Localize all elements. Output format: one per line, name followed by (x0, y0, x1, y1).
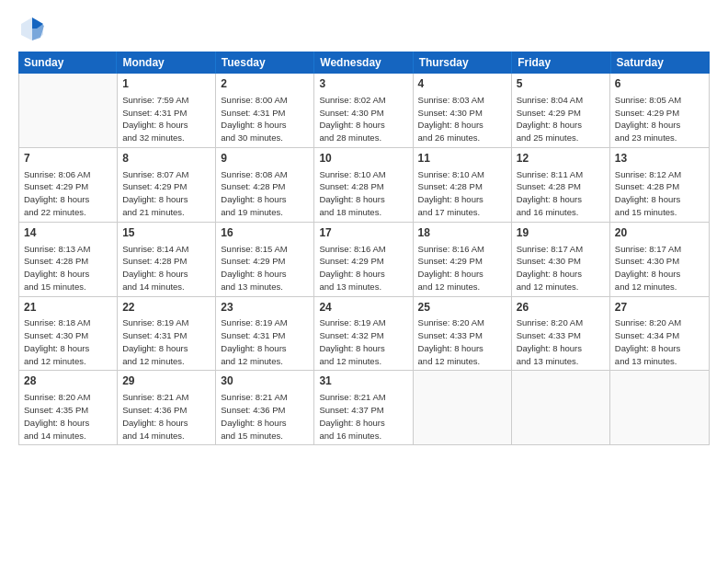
day-number: 13 (615, 151, 704, 167)
day-number: 7 (24, 151, 112, 167)
cell-info: Sunrise: 8:04 AM Sunset: 4:29 PM Dayligh… (517, 94, 605, 144)
day-number: 11 (418, 151, 506, 167)
day-number: 18 (418, 225, 506, 241)
cal-cell: 18Sunrise: 8:16 AM Sunset: 4:29 PM Dayli… (414, 223, 512, 296)
cell-info: Sunrise: 8:15 AM Sunset: 4:29 PM Dayligh… (221, 243, 309, 293)
cal-cell: 25Sunrise: 8:20 AM Sunset: 4:33 PM Dayli… (414, 297, 512, 371)
cal-week-4: 21Sunrise: 8:18 AM Sunset: 4:30 PM Dayli… (19, 297, 709, 372)
day-number: 1 (122, 76, 210, 92)
cal-cell: 14Sunrise: 8:13 AM Sunset: 4:28 PM Dayli… (19, 223, 118, 296)
day-number: 27 (615, 300, 704, 316)
cell-info: Sunrise: 8:16 AM Sunset: 4:29 PM Dayligh… (418, 243, 506, 293)
header-cell-tuesday: Tuesday (216, 52, 314, 74)
header (18, 15, 710, 42)
cal-cell: 9Sunrise: 8:08 AM Sunset: 4:28 PM Daylig… (216, 148, 314, 222)
day-number: 17 (319, 225, 407, 241)
cal-cell: 31Sunrise: 8:21 AM Sunset: 4:37 PM Dayli… (314, 371, 413, 444)
day-number: 16 (221, 225, 309, 241)
cell-info: Sunrise: 8:11 AM Sunset: 4:28 PM Dayligh… (517, 168, 605, 219)
cell-info: Sunrise: 8:14 AM Sunset: 4:28 PM Dayligh… (122, 243, 210, 293)
cell-info: Sunrise: 8:07 AM Sunset: 4:29 PM Dayligh… (122, 168, 210, 219)
day-number: 28 (24, 373, 112, 389)
cell-info: Sunrise: 8:18 AM Sunset: 4:30 PM Dayligh… (24, 316, 112, 367)
cal-cell: 22Sunrise: 8:19 AM Sunset: 4:31 PM Dayli… (118, 297, 216, 371)
day-number: 9 (221, 151, 309, 167)
cal-cell: 23Sunrise: 8:19 AM Sunset: 4:31 PM Dayli… (216, 297, 314, 371)
day-number: 24 (319, 300, 407, 316)
day-number: 19 (517, 225, 605, 241)
calendar-header: SundayMondayTuesdayWednesdayThursdayFrid… (18, 52, 710, 74)
calendar-body: 1Sunrise: 7:59 AM Sunset: 4:31 PM Daylig… (18, 74, 710, 445)
header-cell-saturday: Saturday (611, 52, 710, 74)
cal-cell: 26Sunrise: 8:20 AM Sunset: 4:33 PM Dayli… (512, 297, 610, 371)
cal-cell: 8Sunrise: 8:07 AM Sunset: 4:29 PM Daylig… (118, 148, 216, 222)
cell-info: Sunrise: 8:00 AM Sunset: 4:31 PM Dayligh… (221, 94, 309, 144)
day-number: 26 (517, 300, 605, 316)
cal-cell (19, 74, 118, 147)
logo (18, 15, 48, 42)
cell-info: Sunrise: 8:17 AM Sunset: 4:30 PM Dayligh… (615, 243, 704, 293)
cell-info: Sunrise: 8:17 AM Sunset: 4:30 PM Dayligh… (517, 243, 605, 293)
cal-cell: 19Sunrise: 8:17 AM Sunset: 4:30 PM Dayli… (512, 223, 610, 296)
cal-week-5: 28Sunrise: 8:20 AM Sunset: 4:35 PM Dayli… (19, 371, 709, 444)
day-number: 29 (122, 373, 210, 389)
page: SundayMondayTuesdayWednesdayThursdayFrid… (0, 0, 728, 563)
cal-week-2: 7Sunrise: 8:06 AM Sunset: 4:29 PM Daylig… (19, 148, 709, 223)
cell-info: Sunrise: 8:19 AM Sunset: 4:32 PM Dayligh… (319, 316, 407, 367)
day-number: 23 (221, 300, 309, 316)
day-number: 22 (122, 300, 210, 316)
cal-cell: 16Sunrise: 8:15 AM Sunset: 4:29 PM Dayli… (216, 223, 314, 296)
logo-icon (18, 15, 46, 42)
cal-cell (610, 371, 709, 444)
cal-cell: 7Sunrise: 8:06 AM Sunset: 4:29 PM Daylig… (19, 148, 118, 222)
cal-cell: 17Sunrise: 8:16 AM Sunset: 4:29 PM Dayli… (314, 223, 413, 296)
cal-cell: 28Sunrise: 8:20 AM Sunset: 4:35 PM Dayli… (19, 371, 118, 444)
cell-info: Sunrise: 8:20 AM Sunset: 4:33 PM Dayligh… (517, 316, 605, 367)
day-number: 25 (418, 300, 506, 316)
day-number: 31 (319, 373, 407, 389)
cell-info: Sunrise: 8:02 AM Sunset: 4:30 PM Dayligh… (319, 94, 407, 144)
cal-cell: 21Sunrise: 8:18 AM Sunset: 4:30 PM Dayli… (19, 297, 118, 371)
cell-info: Sunrise: 8:19 AM Sunset: 4:31 PM Dayligh… (122, 316, 210, 367)
cal-cell: 27Sunrise: 8:20 AM Sunset: 4:34 PM Dayli… (610, 297, 709, 371)
header-cell-wednesday: Wednesday (314, 52, 413, 74)
day-number: 8 (122, 151, 210, 167)
header-cell-monday: Monday (117, 52, 215, 74)
cell-info: Sunrise: 8:21 AM Sunset: 4:37 PM Dayligh… (319, 391, 407, 442)
cal-cell: 20Sunrise: 8:17 AM Sunset: 4:30 PM Dayli… (610, 223, 709, 296)
day-number: 4 (418, 76, 506, 92)
cal-cell: 29Sunrise: 8:21 AM Sunset: 4:36 PM Dayli… (118, 371, 216, 444)
cell-info: Sunrise: 8:05 AM Sunset: 4:29 PM Dayligh… (615, 94, 704, 144)
day-number: 30 (221, 373, 309, 389)
cal-cell: 12Sunrise: 8:11 AM Sunset: 4:28 PM Dayli… (512, 148, 610, 222)
cell-info: Sunrise: 8:21 AM Sunset: 4:36 PM Dayligh… (122, 391, 210, 442)
cal-week-3: 14Sunrise: 8:13 AM Sunset: 4:28 PM Dayli… (19, 223, 709, 297)
cal-cell: 1Sunrise: 7:59 AM Sunset: 4:31 PM Daylig… (118, 74, 216, 147)
cal-cell: 5Sunrise: 8:04 AM Sunset: 4:29 PM Daylig… (512, 74, 610, 147)
day-number: 20 (615, 225, 704, 241)
cal-cell: 6Sunrise: 8:05 AM Sunset: 4:29 PM Daylig… (610, 74, 709, 147)
cal-cell: 2Sunrise: 8:00 AM Sunset: 4:31 PM Daylig… (216, 74, 314, 147)
cell-info: Sunrise: 8:20 AM Sunset: 4:33 PM Dayligh… (418, 316, 506, 367)
header-cell-friday: Friday (512, 52, 610, 74)
cell-info: Sunrise: 8:16 AM Sunset: 4:29 PM Dayligh… (319, 243, 407, 293)
day-number: 2 (221, 76, 309, 92)
cell-info: Sunrise: 7:59 AM Sunset: 4:31 PM Dayligh… (122, 94, 210, 144)
cell-info: Sunrise: 8:20 AM Sunset: 4:34 PM Dayligh… (615, 316, 704, 367)
cal-week-1: 1Sunrise: 7:59 AM Sunset: 4:31 PM Daylig… (19, 74, 709, 148)
day-number: 15 (122, 225, 210, 241)
cal-cell: 15Sunrise: 8:14 AM Sunset: 4:28 PM Dayli… (118, 223, 216, 296)
cell-info: Sunrise: 8:19 AM Sunset: 4:31 PM Dayligh… (221, 316, 309, 367)
cal-cell (512, 371, 610, 444)
cell-info: Sunrise: 8:10 AM Sunset: 4:28 PM Dayligh… (418, 168, 506, 219)
cell-info: Sunrise: 8:03 AM Sunset: 4:30 PM Dayligh… (418, 94, 506, 144)
day-number: 21 (24, 300, 112, 316)
cell-info: Sunrise: 8:08 AM Sunset: 4:28 PM Dayligh… (221, 168, 309, 219)
day-number: 3 (319, 76, 407, 92)
cal-cell: 10Sunrise: 8:10 AM Sunset: 4:28 PM Dayli… (314, 148, 413, 222)
cal-cell: 3Sunrise: 8:02 AM Sunset: 4:30 PM Daylig… (314, 74, 413, 147)
calendar: SundayMondayTuesdayWednesdayThursdayFrid… (18, 52, 710, 554)
cal-cell: 13Sunrise: 8:12 AM Sunset: 4:28 PM Dayli… (610, 148, 709, 222)
cell-info: Sunrise: 8:12 AM Sunset: 4:28 PM Dayligh… (615, 168, 704, 219)
cell-info: Sunrise: 8:21 AM Sunset: 4:36 PM Dayligh… (221, 391, 309, 442)
